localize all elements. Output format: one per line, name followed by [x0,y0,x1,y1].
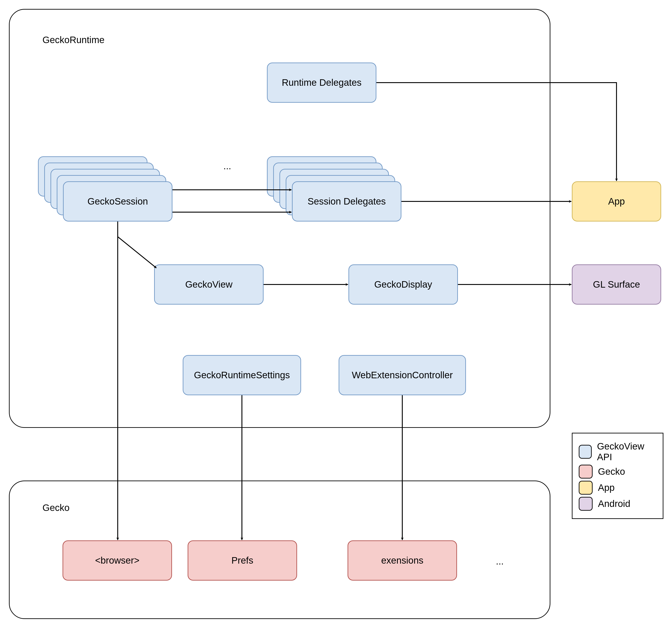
webextensioncontroller-node: WebExtensionController [339,355,466,395]
legend-app: App [579,481,657,494]
runtime-delegates-node: Runtime Delegates [267,63,376,103]
geckoruntimesettings-label: GeckoRuntimeSettings [194,370,290,381]
legend-geckoview-api: GeckoView API [579,441,657,462]
legend-gecko-label: Gecko [598,466,625,477]
extensions-label: exensions [381,555,423,566]
legend-box: GeckoView API Gecko App Android [572,433,663,519]
extensions-node: exensions [347,540,457,581]
runtime-delegates-label: Runtime Delegates [282,77,362,88]
legend-gecko: Gecko [579,465,657,478]
prefs-node: Prefs [188,540,297,581]
geckodisplay-label: GeckoDisplay [374,279,432,290]
geckoview-label: GeckoView [185,279,232,290]
session-delegates-node: Session Delegates [292,181,401,221]
gecko-ellipsis: ... [496,556,504,567]
geckosession-label: GeckoSession [88,196,148,207]
geckosession-node: GeckoSession [63,181,173,221]
browser-node: <browser> [63,540,172,581]
sessions-ellipsis: ... [223,161,231,171]
geckodisplay-node: GeckoDisplay [349,265,458,305]
legend-swatch-red [579,465,593,478]
app-node: App [572,181,661,221]
geckoview-node: GeckoView [154,265,264,305]
app-label: App [608,196,625,207]
legend-android-label: Android [598,499,630,509]
prefs-label: Prefs [231,555,253,566]
gecko-title: Gecko [42,502,69,513]
diagram-canvas: GeckoRuntime Gecko Runtime Delegates Gec… [0,0,671,644]
legend-swatch-purple [579,497,593,511]
geckoruntimesettings-node: GeckoRuntimeSettings [183,355,301,395]
legend-swatch-blue [579,445,592,459]
legend-geckoview-api-label: GeckoView API [597,441,657,462]
webextensioncontroller-label: WebExtensionController [352,370,453,381]
browser-label: <browser> [95,555,139,566]
glsurface-label: GL Surface [593,279,640,290]
geckoruntime-title: GeckoRuntime [42,35,104,45]
legend-android: Android [579,497,657,511]
glsurface-node: GL Surface [572,265,661,305]
legend-swatch-yellow [579,481,593,494]
legend-app-label: App [598,482,615,493]
session-delegates-label: Session Delegates [307,196,386,207]
